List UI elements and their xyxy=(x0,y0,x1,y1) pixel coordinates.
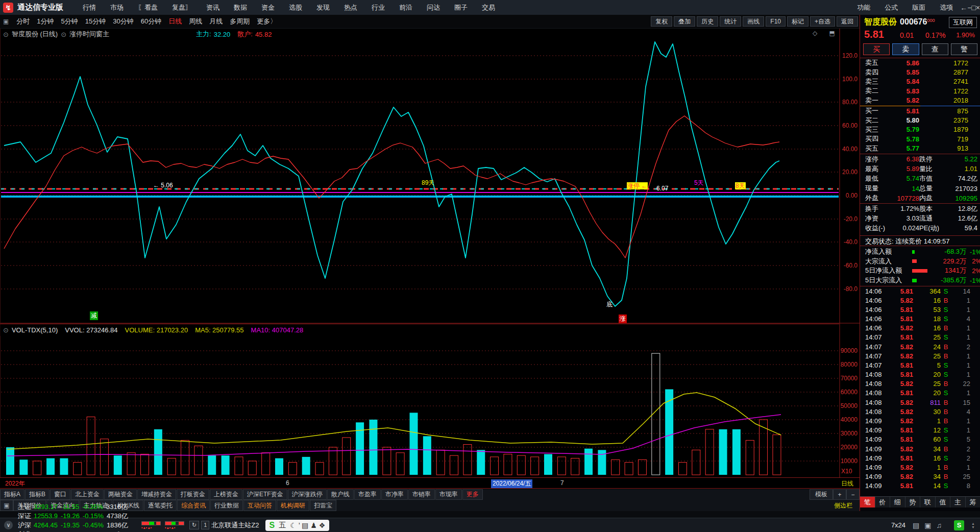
volume-bar[interactable] xyxy=(571,458,579,475)
template-button[interactable]: 模板 xyxy=(810,489,833,500)
panel-tab-笔[interactable]: 笔 xyxy=(860,497,875,507)
input-method-bar[interactable]: S 五 ☾ ’ ▤ ♟ ❖ xyxy=(265,520,330,531)
bottom-tab-打板资金[interactable]: 打板资金 xyxy=(177,489,209,500)
server-name[interactable]: 北京联通主站Z2 xyxy=(211,521,259,530)
panel-tab-联[interactable]: 联 xyxy=(920,497,936,507)
order-book-row[interactable]: 买二5.802375 xyxy=(860,115,980,125)
menu-item-功能[interactable]: 功能 xyxy=(850,4,877,11)
volume-bar[interactable] xyxy=(773,435,781,475)
tool-button-复权[interactable]: 复权 xyxy=(651,16,672,27)
order-book-row[interactable]: 卖一5.822018 xyxy=(860,96,980,105)
volume-bar[interactable] xyxy=(114,455,122,475)
index-quote-上证[interactable]: 上证3293.17-11.55-0.35%3316亿 xyxy=(18,502,131,512)
volume-bar[interactable] xyxy=(705,429,714,475)
volume-bar[interactable] xyxy=(746,440,754,475)
tool-button-历史[interactable]: 历史 xyxy=(697,16,718,27)
volume-bar[interactable] xyxy=(100,439,108,475)
menu-item-数据[interactable]: 数据 xyxy=(227,4,254,11)
bottom-tab-扫雷宝[interactable]: 扫雷宝 xyxy=(310,500,336,511)
ime-icons[interactable]: ☾ ’ ▤ ♟ ❖ xyxy=(290,521,325,529)
volume-bar[interactable] xyxy=(638,460,646,475)
volume-bar[interactable] xyxy=(194,446,203,475)
date-label[interactable]: 2022/06/24/五 xyxy=(491,479,532,488)
menu-item-交易[interactable]: 交易 xyxy=(475,4,502,11)
date-label[interactable]: 6 xyxy=(286,479,289,487)
refresh-icon[interactable]: ↻ xyxy=(189,521,199,529)
bottom-tab-市现率[interactable]: 市现率 xyxy=(435,489,462,500)
spinner-arrows-icon[interactable]: ▲▼ xyxy=(971,522,975,529)
volume-bar[interactable] xyxy=(625,463,633,475)
tool-button-叠加[interactable]: 叠加 xyxy=(674,16,695,27)
bottom-tab-市销率[interactable]: 市销率 xyxy=(408,489,435,500)
menu-item-资讯[interactable]: 资讯 xyxy=(199,4,227,11)
volume-bar[interactable] xyxy=(46,458,55,475)
time-sales-list[interactable]: 14:065.81364S1414:065.8216B114:065.8153S… xyxy=(860,286,980,490)
volume-bar[interactable] xyxy=(315,463,324,475)
buy-button[interactable]: 买 xyxy=(863,43,890,55)
volume-bar[interactable] xyxy=(732,429,741,475)
server-number[interactable]: 1 xyxy=(201,521,209,529)
volume-bar[interactable] xyxy=(436,450,445,475)
menu-item-复盘〗[interactable]: 复盘〗 xyxy=(165,4,199,11)
bottom-tab-沪深涨跌停[interactable]: 沪深涨跌停 xyxy=(288,489,327,500)
monitor-icon[interactable]: ▣ xyxy=(924,521,931,529)
ime-logo[interactable]: S xyxy=(270,521,275,530)
volume-bar[interactable] xyxy=(167,458,176,475)
menu-item-行情[interactable]: 行情 xyxy=(76,4,103,11)
order-book-row[interactable]: 卖三5.842741 xyxy=(860,77,980,86)
volume-bar[interactable] xyxy=(222,455,230,475)
volume-bar[interactable] xyxy=(262,453,270,475)
period-tab-15分钟[interactable]: 15分钟 xyxy=(82,17,109,25)
bottom-tab-散户线[interactable]: 散户线 xyxy=(327,489,354,500)
tool-button-统计[interactable]: 统计 xyxy=(720,16,741,27)
index-quote-深证[interactable]: 深证12553.9-19.26-0.15%4738亿 xyxy=(18,512,131,521)
tool-button-画线[interactable]: 画线 xyxy=(743,16,764,27)
stock-name[interactable]: 智度股份 xyxy=(864,17,897,26)
sogou-tray-icon[interactable]: S xyxy=(954,520,964,530)
menu-item-市场[interactable]: 市场 xyxy=(103,4,131,11)
volume-bar[interactable] xyxy=(6,447,14,475)
bottom-tab-逐笔委托[interactable]: 逐笔委托 xyxy=(144,500,177,511)
order-book-row[interactable]: 买五5.77913 xyxy=(860,144,980,153)
zoom-out-button[interactable]: − xyxy=(846,489,860,500)
period-tab-周线[interactable]: 周线 xyxy=(185,17,206,25)
alert-button[interactable]: 警 xyxy=(951,43,977,55)
volume-bar[interactable] xyxy=(463,445,472,475)
volume-bar[interactable] xyxy=(679,463,687,475)
volume-bar[interactable] xyxy=(342,438,351,475)
sell-button[interactable]: 卖 xyxy=(892,43,919,55)
volume-bar[interactable] xyxy=(450,455,458,475)
sector-button[interactable]: 互联网 xyxy=(949,17,977,28)
panel-tab-值[interactable]: 值 xyxy=(936,497,951,507)
volume-bar[interactable] xyxy=(557,457,566,475)
bottom-tab-互动问答[interactable]: 互动问答 xyxy=(243,500,276,511)
panel-tab-筹[interactable]: 筹 xyxy=(966,497,980,507)
volume-bar[interactable] xyxy=(423,436,431,475)
menu-item-公式[interactable]: 公式 xyxy=(877,4,905,11)
volume-bar[interactable] xyxy=(477,450,485,475)
back-arrow-icon[interactable]: ← xyxy=(960,4,967,12)
volume-bar[interactable] xyxy=(154,429,162,475)
tool-button-F10[interactable]: F10 xyxy=(766,16,786,27)
period-tab-多周期[interactable]: 多周期 xyxy=(226,17,253,25)
volume-bar[interactable] xyxy=(584,449,593,475)
volume-bar[interactable] xyxy=(127,453,135,475)
window-layout-icon[interactable]: ▣ xyxy=(3,18,9,25)
menu-item-发现[interactable]: 发现 xyxy=(309,4,337,11)
volume-bar[interactable] xyxy=(275,458,283,475)
menu-item-前沿[interactable]: 前沿 xyxy=(392,4,420,11)
keyboard-icon[interactable]: ▤ xyxy=(913,521,919,529)
volume-bar[interactable] xyxy=(302,457,310,475)
menu-item-行业[interactable]: 行业 xyxy=(364,4,392,11)
period-tab-1分钟[interactable]: 1分钟 xyxy=(33,17,57,25)
volume-bar[interactable] xyxy=(19,460,28,475)
messenger-icon[interactable]: ∨ xyxy=(4,521,13,529)
bottom-tab-市盈率[interactable]: 市盈率 xyxy=(354,489,381,500)
volume-bar[interactable] xyxy=(692,450,700,475)
volume-bar[interactable] xyxy=(248,461,256,475)
volume-bar[interactable] xyxy=(396,453,404,475)
menu-item-资金[interactable]: 资金 xyxy=(254,4,282,11)
volume-bar[interactable] xyxy=(491,457,499,475)
tool-button-+自选[interactable]: +自选 xyxy=(810,16,835,27)
menu-item-版面[interactable]: 版面 xyxy=(905,4,933,11)
